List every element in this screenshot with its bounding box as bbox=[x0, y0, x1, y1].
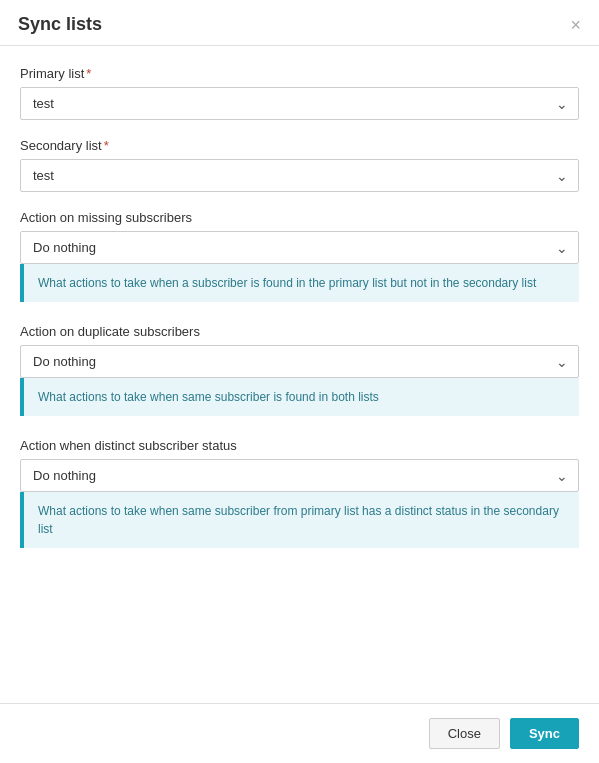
action-missing-label: Action on missing subscribers bbox=[20, 210, 579, 225]
secondary-list-value: test bbox=[21, 160, 578, 191]
primary-list-value: test bbox=[21, 88, 578, 119]
action-missing-value: Do nothing bbox=[21, 232, 578, 263]
primary-list-label: Primary list* bbox=[20, 66, 579, 81]
sync-button[interactable]: Sync bbox=[510, 718, 579, 749]
action-duplicate-label: Action on duplicate subscribers bbox=[20, 324, 579, 339]
action-duplicate-select[interactable]: Do nothing ⌄ bbox=[20, 345, 579, 378]
action-missing-info: What actions to take when a subscriber i… bbox=[20, 264, 579, 302]
action-distinct-value: Do nothing bbox=[21, 460, 578, 491]
primary-list-select[interactable]: test ⌄ bbox=[20, 87, 579, 120]
action-duplicate-field: Action on duplicate subscribers Do nothi… bbox=[20, 324, 579, 416]
action-distinct-select[interactable]: Do nothing ⌄ bbox=[20, 459, 579, 492]
secondary-list-field: Secondary list* test ⌄ bbox=[20, 138, 579, 192]
primary-list-field: Primary list* test ⌄ bbox=[20, 66, 579, 120]
secondary-list-label: Secondary list* bbox=[20, 138, 579, 153]
secondary-list-select[interactable]: test ⌄ bbox=[20, 159, 579, 192]
action-duplicate-info: What actions to take when same subscribe… bbox=[20, 378, 579, 416]
modal-title: Sync lists bbox=[18, 14, 102, 35]
action-distinct-field: Action when distinct subscriber status D… bbox=[20, 438, 579, 548]
action-duplicate-value: Do nothing bbox=[21, 346, 578, 377]
sync-lists-modal: Sync lists × Primary list* test ⌄ Second… bbox=[0, 0, 599, 763]
action-missing-select[interactable]: Do nothing ⌄ bbox=[20, 231, 579, 264]
action-missing-field: Action on missing subscribers Do nothing… bbox=[20, 210, 579, 302]
modal-header: Sync lists × bbox=[0, 0, 599, 46]
action-distinct-info: What actions to take when same subscribe… bbox=[20, 492, 579, 548]
close-x-button[interactable]: × bbox=[570, 16, 581, 34]
modal-footer: Close Sync bbox=[0, 703, 599, 763]
modal-body: Primary list* test ⌄ Secondary list* tes… bbox=[0, 46, 599, 590]
close-button[interactable]: Close bbox=[429, 718, 500, 749]
action-distinct-label: Action when distinct subscriber status bbox=[20, 438, 579, 453]
